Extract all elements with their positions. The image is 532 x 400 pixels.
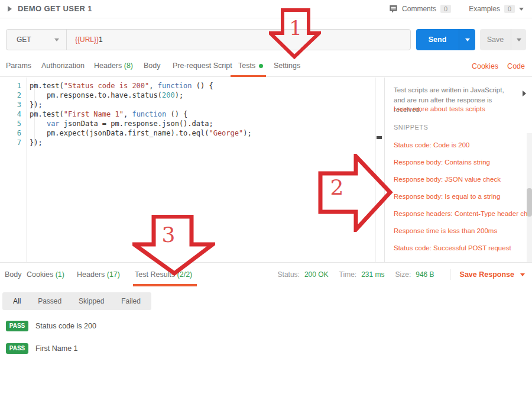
collapse-request-chevron-icon[interactable] — [8, 6, 12, 12]
send-button-group: Send — [416, 29, 475, 50]
code-line: 5 var jsonData = pm.response.json().data… — [0, 119, 372, 128]
url-variable-token: {{URL}} — [75, 36, 99, 44]
save-response-caret-icon[interactable] — [520, 273, 525, 276]
method-select[interactable]: GET — [7, 30, 67, 50]
tab-params[interactable]: Params — [6, 56, 31, 76]
comments-icon[interactable] — [389, 5, 398, 14]
code-text: var jsonData = pm.response.json().data; — [30, 119, 213, 128]
pass-badge: PASS — [6, 321, 28, 331]
filter-failed[interactable]: Failed — [121, 297, 141, 305]
filter-skipped[interactable]: Skipped — [79, 297, 104, 305]
code-line: 2 pm.response.to.have.status(200); — [0, 91, 372, 100]
snippet-link[interactable]: Status code: Successful POST request — [394, 240, 532, 257]
examples-button[interactable]: Examples — [469, 5, 500, 13]
response-section: Body Cookies (1) Headers (17) Test Resul… — [0, 262, 532, 400]
active-response-tab-underline — [133, 284, 197, 286]
learn-more-link[interactable]: Learn more about tests scripts — [394, 105, 485, 112]
cookies-link[interactable]: Cookies — [472, 62, 498, 70]
examples-dropdown-caret-icon[interactable] — [519, 8, 524, 11]
line-number: 3 — [0, 100, 21, 109]
snippet-link[interactable]: Status code: Code is 200 — [394, 137, 532, 154]
comments-button[interactable]: Comments — [402, 5, 436, 13]
filter-all[interactable]: All — [13, 297, 21, 305]
meta-divider — [450, 269, 450, 280]
code-editor[interactable]: 1pm.test("Status code is 200", function … — [0, 78, 384, 262]
request-header-bar: DEMO GET USER 1 Comments 0 Examples 0 — [0, 0, 532, 18]
status-label: Status: — [278, 270, 300, 279]
code-text: }); — [30, 138, 43, 147]
tests-active-dot-icon — [259, 64, 263, 68]
code-text: pm.test("First Name 1", function () { — [30, 109, 187, 119]
tab-headers[interactable]: Headers (8) — [94, 56, 133, 76]
send-button[interactable]: Send — [416, 29, 459, 50]
editor-scrollbar-thumb[interactable] — [377, 136, 382, 139]
snippets-list: Status code: Code is 200Response body: C… — [394, 137, 532, 257]
cookies-count: (1) — [56, 270, 64, 279]
tab-tests[interactable]: Tests — [238, 56, 263, 76]
snippet-link[interactable]: Response time is less than 200ms — [394, 222, 532, 240]
tab-pre-request-script[interactable]: Pre-request Script — [173, 56, 232, 76]
examples-count-badge: 0 — [504, 5, 515, 13]
code-text: pm.expect(jsonData.first_name).to.eql("G… — [30, 128, 252, 138]
response-tab-body[interactable]: Body — [5, 263, 22, 286]
url-suffix: 1 — [99, 36, 103, 44]
snippet-link[interactable]: Response body: Contains string — [394, 154, 532, 171]
save-button[interactable]: Save — [480, 29, 511, 50]
time-value: 231 ms — [361, 270, 384, 279]
tab-authorization[interactable]: Authorization — [41, 56, 85, 76]
panel-scrollbar-thumb[interactable] — [527, 188, 532, 217]
snippet-link[interactable]: Response body: Is equal to a string — [394, 188, 532, 205]
pass-badge: PASS — [6, 343, 28, 354]
save-button-group: Save — [480, 29, 526, 50]
tab-body[interactable]: Body — [144, 56, 161, 76]
test-result-label: First Name 1 — [35, 344, 78, 353]
snippets-panel: Test scripts are written in JavaScript, … — [384, 78, 532, 262]
time-label: Time: — [339, 270, 357, 279]
line-number: 7 — [0, 138, 21, 147]
line-number: 1 — [0, 81, 21, 91]
test-result-row: PASSStatus code is 200 — [6, 321, 96, 331]
editor-scroll-track — [375, 78, 376, 262]
test-result-row: PASSFirst Name 1 — [6, 343, 96, 354]
line-number: 5 — [0, 119, 21, 128]
snippets-title: SNIPPETS — [394, 124, 428, 131]
code-line: 6 pm.expect(jsonData.first_name).to.eql(… — [0, 128, 372, 138]
response-headers-count: (17) — [107, 270, 120, 279]
save-response-button[interactable]: Save Response — [460, 270, 514, 279]
send-options-button[interactable] — [459, 29, 475, 50]
code-text: }); — [30, 100, 43, 109]
method-dropdown-caret-icon — [54, 38, 59, 41]
test-results-count: (2/2) — [177, 270, 193, 279]
send-dropdown-caret-icon — [465, 38, 470, 41]
test-results-filter-bar: AllPassedSkippedFailed — [2, 292, 151, 310]
line-number: 2 — [0, 91, 21, 100]
method-value: GET — [17, 36, 31, 44]
headers-count: (8) — [124, 62, 133, 70]
panel-collapse-icon[interactable] — [523, 91, 526, 96]
tests-editor-section: 1pm.test("Status code is 200", function … — [0, 78, 532, 262]
test-result-label: Status code is 200 — [35, 322, 96, 330]
code-text: pm.response.to.have.status(200); — [30, 91, 183, 100]
code-text: pm.test("Status code is 200", function (… — [30, 81, 213, 91]
code-line: 4pm.test("First Name 1", function () { — [0, 109, 372, 119]
filter-passed[interactable]: Passed — [38, 297, 61, 305]
snippet-link[interactable]: Response headers: Content-Type header ch… — [394, 205, 532, 222]
size-label: Size: — [395, 270, 411, 279]
line-number: 6 — [0, 128, 21, 138]
code-line: 1pm.test("Status code is 200", function … — [0, 81, 372, 91]
snippet-link[interactable]: Response body: JSON value check — [394, 171, 532, 188]
url-input[interactable]: {{URL}}1 — [67, 30, 410, 50]
save-options-button[interactable] — [511, 29, 526, 50]
request-tabs-bar: Params Authorization Headers (8) Body Pr… — [0, 56, 532, 77]
active-tab-underline — [231, 75, 266, 77]
tab-settings[interactable]: Settings — [274, 56, 300, 76]
response-tab-test-results[interactable]: Test Results (2/2) — [135, 263, 192, 286]
response-tab-headers[interactable]: Headers (17) — [77, 263, 120, 286]
line-number: 4 — [0, 109, 21, 119]
request-title: DEMO GET USER 1 — [18, 0, 92, 18]
status-value: 200 OK — [304, 270, 329, 279]
code-line: 7}); — [0, 138, 372, 147]
url-bar: GET {{URL}}1 — [6, 29, 411, 50]
response-tab-cookies[interactable]: Cookies (1) — [27, 263, 64, 286]
code-link[interactable]: Code — [507, 62, 525, 70]
